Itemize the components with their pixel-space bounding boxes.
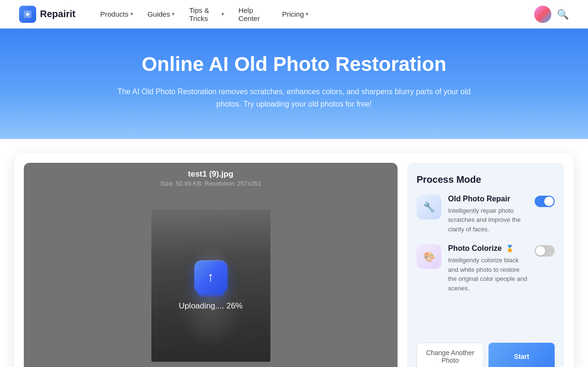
photo-meta: Size: 50.89 KB; Resolution: 257x351 [33,180,388,187]
photo-header: test1 (9).jpg Size: 50.89 KB; Resolution… [24,163,398,190]
colorize-icon [417,244,441,269]
colorize-toggle-knob [536,246,545,256]
photo-upload-area: test1 (9).jpg Size: 50.89 KB; Resolution… [24,163,398,367]
chevron-icon-pricing: ▾ [306,11,309,17]
user-avatar[interactable] [534,6,551,23]
colorize-content: Photo Colorize 🏅 Intelligendy colorize b… [448,244,528,293]
main-card: test1 (9).jpg Size: 50.89 KB; Resolution… [14,153,574,367]
colorize-desc: Intelligendy colorize black and white ph… [448,256,528,293]
process-sidebar: Process Mode Old Photo Repair Intelligen… [407,163,564,367]
process-mode-title: Process Mode [417,174,555,185]
hero-subtitle: The AI Old Photo Restoration removes scr… [109,86,480,110]
nav-label-help: Help Center [239,6,268,22]
mode-item-colorize: Photo Colorize 🏅 Intelligendy colorize b… [417,244,555,293]
change-photo-button[interactable]: Change Another Photo [417,343,484,367]
upload-arrow-icon: ↑ [208,269,214,285]
nav-item-tips[interactable]: Tips & Tricks ▾ [183,2,229,26]
hero-title: Online AI Old Photo Restoration [10,52,578,76]
nav-label-pricing: Pricing [282,10,304,18]
repair-desc: Intelligently repair photo scratches and… [448,206,528,234]
chevron-icon-tips: ▾ [221,11,224,17]
nav-label-products: Products [100,10,128,18]
photo-preview: ↑ Uploading.... 26% [151,209,270,362]
repair-toggle-knob [544,197,554,206]
sidebar-actions: Change Another Photo Start [417,343,555,367]
upload-progress-text: Uploading.... 26% [179,301,242,311]
repair-label-row: Old Photo Repair [448,195,528,203]
nav-item-pricing[interactable]: Pricing ▾ [276,6,314,22]
nav-item-help[interactable]: Help Center [233,2,274,26]
repair-icon [417,195,441,219]
search-icon[interactable]: 🔍 [557,9,569,20]
logo-text: Repairit [40,9,75,20]
nav-item-products[interactable]: Products ▾ [94,6,139,22]
nav-menu: Products ▾ Guides ▾ Tips & Tricks ▾ Help… [94,2,314,26]
repair-toggle[interactable] [535,196,555,207]
nav-label-tips: Tips & Tricks [189,6,219,22]
colorize-label: Photo Colorize [448,244,502,253]
mode-item-repair: Old Photo Repair Intelligently repair ph… [417,195,555,234]
logo-icon [19,6,36,23]
colorize-label-row: Photo Colorize 🏅 [448,244,528,253]
colorize-badge: 🏅 [506,245,514,252]
upload-overlay: ↑ Uploading.... 26% [151,209,270,362]
repair-label: Old Photo Repair [448,195,510,203]
chevron-icon-products: ▾ [130,11,133,17]
photo-image-container: ↑ Uploading.... 26% [24,190,398,367]
photo-filename: test1 (9).jpg [33,169,388,179]
colorize-toggle[interactable] [535,245,555,257]
navbar: Repairit Products ▾ Guides ▾ Tips & Tric… [0,0,588,29]
upload-icon: ↑ [194,260,228,294]
hero-section: Online AI Old Photo Restoration The AI O… [0,29,588,139]
repair-content: Old Photo Repair Intelligently repair ph… [448,195,528,234]
start-button[interactable]: Start [488,343,555,367]
logo[interactable]: Repairit [19,6,75,23]
nav-item-guides[interactable]: Guides ▾ [142,6,181,22]
nav-label-guides: Guides [148,10,170,18]
chevron-icon-guides: ▾ [172,11,175,17]
